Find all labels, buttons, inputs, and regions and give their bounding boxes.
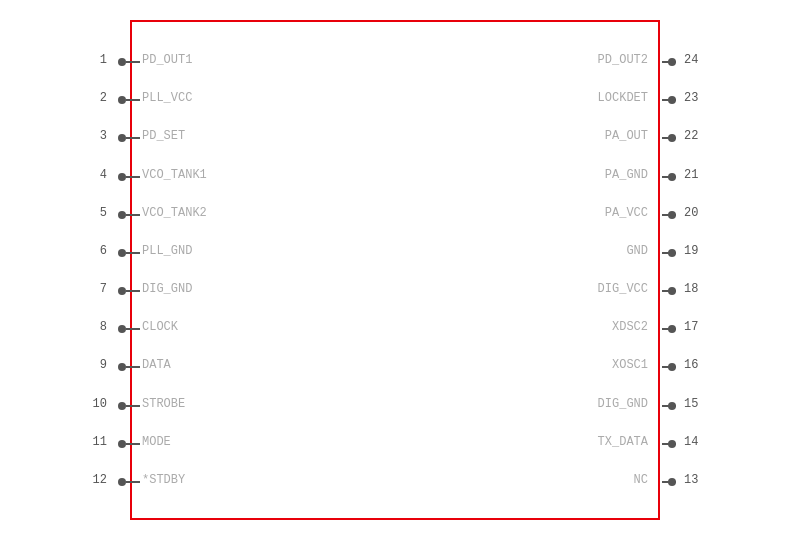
left-pin-dot-11 (118, 440, 126, 448)
right-pin-line-20 (662, 214, 676, 216)
left-pin-dot-2 (118, 96, 126, 104)
left-pin-dot-9 (118, 363, 126, 371)
left-pin-number-11: 11 (82, 435, 107, 449)
right-pin-label-17: XDSC2 (612, 320, 648, 334)
right-pin-label-15: DIG_GND (598, 397, 648, 411)
left-pin-number-7: 7 (82, 282, 107, 296)
left-pin-dot-10 (118, 402, 126, 410)
left-pin-label-2: PLL_VCC (142, 91, 192, 105)
left-pin-number-6: 6 (82, 244, 107, 258)
left-pin-line-2 (126, 99, 140, 101)
left-pin-dot-4 (118, 173, 126, 181)
left-pin-label-8: CLOCK (142, 320, 178, 334)
right-pin-number-19: 19 (684, 244, 714, 258)
left-pin-line-9 (126, 366, 140, 368)
right-pin-line-16 (662, 366, 676, 368)
left-pin-number-1: 1 (82, 53, 107, 67)
left-pin-number-4: 4 (82, 168, 107, 182)
left-pin-label-3: PD_SET (142, 129, 185, 143)
right-pin-number-21: 21 (684, 168, 714, 182)
right-pin-label-13: NC (634, 473, 648, 487)
left-pin-line-5 (126, 214, 140, 216)
right-pin-label-18: DIG_VCC (598, 282, 648, 296)
left-pin-dot-12 (118, 478, 126, 486)
left-pin-line-3 (126, 137, 140, 139)
left-pin-label-12: *STDBY (142, 473, 185, 487)
chip-container: 1PD_OUT12PLL_VCC3PD_SET4VCO_TANK15VCO_TA… (130, 20, 660, 520)
right-pin-number-17: 17 (684, 320, 714, 334)
left-pin-label-6: PLL_GND (142, 244, 192, 258)
right-pin-line-17 (662, 328, 676, 330)
left-pin-number-8: 8 (82, 320, 107, 334)
left-pin-line-10 (126, 405, 140, 407)
right-pin-line-24 (662, 61, 676, 63)
right-pin-label-16: XOSC1 (612, 358, 648, 372)
left-pin-label-10: STROBE (142, 397, 185, 411)
left-pin-line-1 (126, 61, 140, 63)
right-pin-number-22: 22 (684, 129, 714, 143)
left-pin-number-3: 3 (82, 129, 107, 143)
right-pin-line-23 (662, 99, 676, 101)
left-pin-number-9: 9 (82, 358, 107, 372)
right-pin-line-18 (662, 290, 676, 292)
left-pin-number-2: 2 (82, 91, 107, 105)
right-pin-line-21 (662, 176, 676, 178)
left-pin-line-4 (126, 176, 140, 178)
right-pin-number-16: 16 (684, 358, 714, 372)
left-pin-number-12: 12 (82, 473, 107, 487)
left-pin-line-11 (126, 443, 140, 445)
left-pin-number-10: 10 (82, 397, 107, 411)
left-pin-line-8 (126, 328, 140, 330)
right-pin-label-20: PA_VCC (605, 206, 648, 220)
left-pin-line-7 (126, 290, 140, 292)
left-pin-label-11: MODE (142, 435, 171, 449)
left-pin-line-12 (126, 481, 140, 483)
right-pin-line-19 (662, 252, 676, 254)
left-pin-line-6 (126, 252, 140, 254)
right-pin-label-23: LOCKDET (598, 91, 648, 105)
left-pin-dot-8 (118, 325, 126, 333)
right-pin-label-14: TX_DATA (598, 435, 648, 449)
right-pin-label-24: PD_OUT2 (598, 53, 648, 67)
right-pin-label-22: PA_OUT (605, 129, 648, 143)
right-pin-number-13: 13 (684, 473, 714, 487)
left-pin-dot-7 (118, 287, 126, 295)
right-pin-line-15 (662, 405, 676, 407)
right-pin-line-22 (662, 137, 676, 139)
left-pin-label-1: PD_OUT1 (142, 53, 192, 67)
left-pin-dot-6 (118, 249, 126, 257)
right-pin-line-14 (662, 443, 676, 445)
left-pin-label-9: DATA (142, 358, 171, 372)
left-pin-dot-1 (118, 58, 126, 66)
right-pin-number-23: 23 (684, 91, 714, 105)
right-pin-number-15: 15 (684, 397, 714, 411)
left-pin-label-5: VCO_TANK2 (142, 206, 207, 220)
left-pin-label-7: DIG_GND (142, 282, 192, 296)
left-pin-number-5: 5 (82, 206, 107, 220)
right-pin-line-13 (662, 481, 676, 483)
right-pin-label-19: GND (626, 244, 648, 258)
left-pin-label-4: VCO_TANK1 (142, 168, 207, 182)
right-pin-number-20: 20 (684, 206, 714, 220)
right-pin-number-14: 14 (684, 435, 714, 449)
left-pin-dot-3 (118, 134, 126, 142)
left-pin-dot-5 (118, 211, 126, 219)
right-pin-label-21: PA_GND (605, 168, 648, 182)
right-pin-number-18: 18 (684, 282, 714, 296)
right-pin-number-24: 24 (684, 53, 714, 67)
